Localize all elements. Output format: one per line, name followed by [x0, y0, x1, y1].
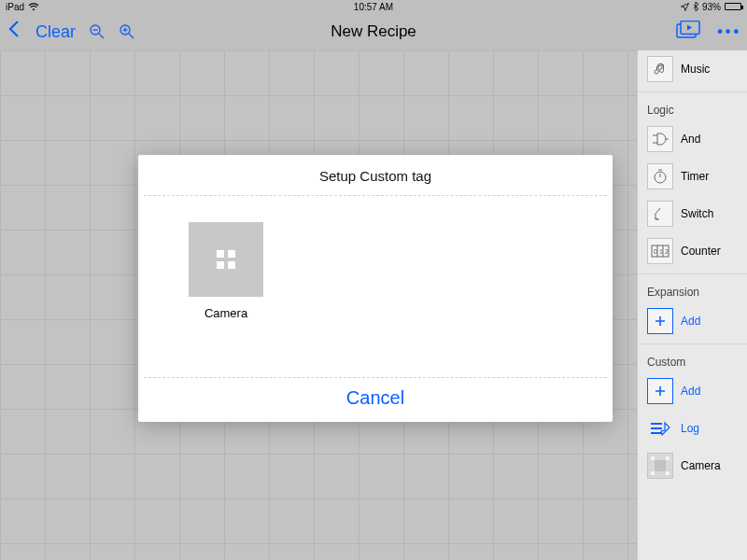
custom-tag-tile-camera[interactable]	[189, 222, 263, 297]
setup-custom-tag-modal: Setup Custom tag Camera Cancel	[138, 155, 613, 422]
modal-title: Setup Custom tag	[138, 155, 613, 195]
tile-label: Camera	[189, 306, 263, 320]
cancel-button[interactable]: Cancel	[346, 387, 404, 408]
